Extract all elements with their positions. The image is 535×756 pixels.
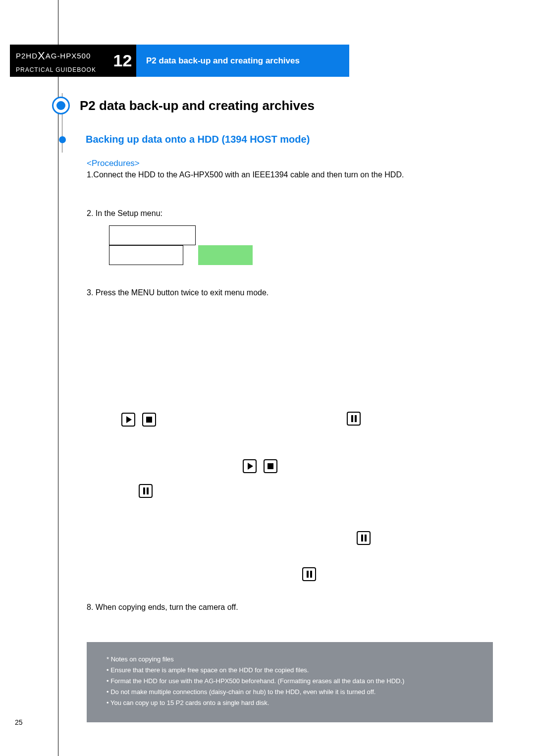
icon-row xyxy=(121,413,156,427)
play-icon xyxy=(121,413,135,427)
main-heading-row: P2 data back-up and creating archives xyxy=(52,97,315,114)
notes-item: • Format the HDD for use with the AG-HPX… xyxy=(107,676,478,687)
bullet-dot-icon xyxy=(59,136,66,143)
notes-item: • Ensure that there is ample free space … xyxy=(107,665,478,676)
step-8-text: 8. When copying ends, turn the camera of… xyxy=(87,602,238,613)
icon-row xyxy=(139,484,153,498)
bullet-circle-icon xyxy=(52,97,70,114)
step-3-text: 3. Press the MENU button twice to exit m… xyxy=(87,287,268,298)
section-number: 12 xyxy=(109,45,136,77)
product-line: P2HDXAG-HPX500 xyxy=(16,50,103,62)
stop-icon xyxy=(264,459,277,473)
notes-title: * Notes on copying files xyxy=(107,654,478,665)
section-banner: P2 data back-up and creating archives xyxy=(136,45,349,77)
bullet-circle-inner-icon xyxy=(56,101,65,110)
header-subtitle: PRACTICAL GUIDEBOOK xyxy=(16,66,103,73)
icon-row xyxy=(243,459,277,473)
menu-table xyxy=(109,225,253,265)
pause-icon xyxy=(357,531,371,545)
product-line-text: P2HD xyxy=(16,52,38,60)
pause-icon xyxy=(347,412,361,426)
icon-row xyxy=(347,412,361,426)
page-number: 25 xyxy=(15,718,23,726)
pause-icon xyxy=(302,567,316,581)
main-heading: P2 data back-up and creating archives xyxy=(80,98,315,113)
play-icon xyxy=(243,459,257,473)
model-text: AG-HPX500 xyxy=(46,52,91,60)
stop-icon xyxy=(142,413,156,427)
step-1-text: 1.Connect the HDD to the AG-HPX500 with … xyxy=(87,169,463,180)
menu-cell-highlight xyxy=(198,245,253,265)
product-x-icon: X xyxy=(38,50,46,62)
sub-heading: Backing up data onto a HDD (1394 HOST mo… xyxy=(86,134,310,145)
step-2-text: 2. In the Setup menu: xyxy=(87,208,162,219)
banner-title: P2 data back-up and creating archives xyxy=(146,56,300,66)
menu-cell xyxy=(109,245,183,265)
pause-icon xyxy=(139,484,153,498)
menu-gap xyxy=(183,245,198,265)
icon-row xyxy=(302,567,316,581)
menu-row-2 xyxy=(109,245,253,265)
icon-row xyxy=(357,531,371,545)
menu-row-1 xyxy=(109,225,253,245)
notes-item: • Do not make multiple connections (dais… xyxy=(107,687,478,698)
header-block: P2HDXAG-HPX500 PRACTICAL GUIDEBOOK xyxy=(10,45,109,77)
sub-heading-row: Backing up data onto a HDD (1394 HOST mo… xyxy=(59,134,310,145)
procedures-label: <Procedures> xyxy=(87,159,140,168)
menu-cell xyxy=(109,225,196,245)
notes-item: • You can copy up to 15 P2 cards onto a … xyxy=(107,698,478,708)
notes-panel: * Notes on copying files • Ensure that t… xyxy=(87,642,493,722)
